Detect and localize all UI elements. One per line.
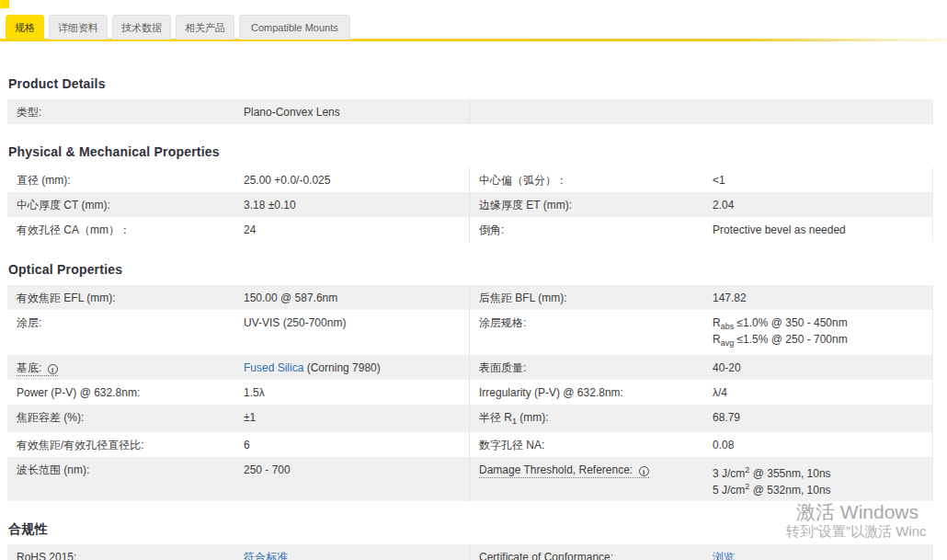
spec-value: 68.79 — [713, 411, 740, 424]
spec-value-cell: ±1 — [244, 405, 469, 432]
spec-label-cell: 边缘厚度 ET (mm): — [469, 192, 713, 217]
spec-row: 中心厚度 CT (mm):3.18 ±0.10边缘厚度 ET (mm):2.04 — [7, 192, 933, 217]
spec-value-cell: Rabs ≤1.0% @ 350 - 450nmRavg ≤1.5% @ 250… — [713, 310, 933, 355]
corner-accent — [0, 0, 9, 8]
spec-label: 有效焦距 EFL (mm): — [17, 291, 116, 304]
spec-value-cell: 0.08 — [713, 432, 933, 457]
spec-label: 焦距容差 (%): — [17, 411, 84, 424]
spec-value-cell: λ/4 — [713, 380, 933, 405]
spec-label-cell: RoHS 2015: — [7, 544, 244, 560]
tab-technical-data[interactable]: 技术数据 — [112, 15, 171, 40]
info-icon[interactable]: i — [48, 364, 58, 374]
spec-value: ±1 — [244, 411, 256, 424]
spec-label-cell: 类型: — [7, 99, 244, 124]
section-product-details-title: Product Details — [8, 76, 933, 91]
spec-label-cell: 中心偏（弧分）： — [469, 167, 713, 192]
spec-value-cell: Fused Silica (Corning 7980) — [244, 355, 469, 380]
spec-label: 中心厚度 CT (mm): — [17, 199, 110, 211]
spec-row: 直径 (mm):25.00 +0.0/-0.025中心偏（弧分）：<1 — [7, 167, 933, 192]
spec-value-cell: 25.00 +0.0/-0.025 — [244, 167, 469, 192]
spec-label: 波长范围 (nm): — [17, 463, 89, 476]
spec-value: UV-VIS (250-700nm) — [244, 316, 346, 329]
spec-value: 3 J/cm2 @ 355nm, 10ns5 J/cm2 @ 532nm, 10… — [713, 467, 831, 497]
spec-label-cell: 有效孔径 CA（mm）： — [7, 217, 244, 242]
spec-label-cell: Certificate of Conformance: — [469, 544, 713, 560]
spec-label: Damage Threshold, Reference: i — [479, 463, 649, 478]
spec-row: 焦距容差 (%):±1半径 R1 (mm):68.79 — [7, 405, 933, 432]
spec-value-cell: 24 — [244, 217, 469, 242]
spec-value: (Corning 7980) — [303, 361, 380, 374]
content: Product Details类型:Plano-Convex LensPhysi… — [7, 69, 933, 560]
spec-value: 3.18 ±0.10 — [244, 199, 296, 211]
spec-value-cell: 147.82 — [713, 285, 933, 310]
spec-value-cell: 1.5λ — [244, 380, 469, 405]
spec-value-cell: Plano-Convex Lens — [244, 99, 469, 124]
tab-bar: 规格详细资料技术数据相关产品Compatible Mounts — [6, 15, 350, 40]
spec-label: 数字孔径 NA: — [479, 439, 544, 451]
spec-label: Irregularity (P-V) @ 632.8nm: — [479, 386, 623, 399]
spec-value: 25.00 +0.0/-0.025 — [244, 174, 330, 187]
spec-label-cell: 倒角: — [469, 217, 713, 242]
spec-label: 基底: i — [17, 361, 58, 376]
spec-row: 涂层:UV-VIS (250-700nm)涂层规格:Rabs ≤1.0% @ 3… — [7, 310, 933, 355]
spec-label: Power (P-V) @ 632.8nm: — [17, 386, 140, 399]
spec-value: <1 — [713, 174, 725, 187]
spec-value: 147.82 — [713, 291, 747, 304]
tab-specs[interactable]: 规格 — [6, 15, 44, 40]
spec-label-cell: Irregularity (P-V) @ 632.8nm: — [469, 380, 713, 405]
spec-label-cell: 有效焦距/有效孔径直径比: — [7, 432, 244, 457]
spec-link[interactable]: Fused Silica — [244, 361, 303, 374]
spec-value: Plano-Convex Lens — [244, 106, 340, 119]
spec-value-cell: <1 — [713, 167, 933, 192]
spec-label-cell: 涂层: — [7, 310, 244, 355]
spec-label: 有效焦距/有效孔径直径比: — [17, 439, 144, 451]
spec-label-cell: 表面质量: — [469, 355, 713, 380]
spec-label: Certificate of Conformance: — [479, 551, 613, 560]
spec-label: 半径 R1 (mm): — [479, 411, 549, 424]
spec-value-cell: 40-20 — [713, 355, 933, 380]
spec-value: 250 - 700 — [244, 463, 291, 476]
spec-row: 有效焦距 EFL (mm):150.00 @ 587.6nm后焦距 BFL (m… — [7, 285, 933, 310]
spec-value-cell: 150.00 @ 587.6nm — [244, 285, 469, 310]
tab-related-products[interactable]: 相关产品 — [176, 15, 234, 40]
spec-label-cell: 波长范围 (nm): — [7, 457, 244, 501]
section-optical-properties-table: 有效焦距 EFL (mm):150.00 @ 587.6nm后焦距 BFL (m… — [7, 285, 933, 501]
spec-label-cell: 基底: i — [7, 355, 244, 380]
spec-value-cell: 符合标准 — [244, 544, 469, 560]
spec-value-cell: 2.04 — [713, 192, 933, 217]
spec-label: 涂层: — [17, 316, 41, 329]
info-icon[interactable]: i — [639, 466, 649, 476]
spec-value: 0.08 — [713, 439, 734, 451]
spec-link[interactable]: 符合标准 — [244, 551, 288, 560]
tab-compatible-mounts[interactable]: Compatible Mounts — [239, 15, 350, 40]
spec-value-cell: 3 J/cm2 @ 355nm, 10ns5 J/cm2 @ 532nm, 10… — [713, 457, 933, 501]
spec-row: 波长范围 (nm):250 - 700Damage Threshold, Ref… — [7, 457, 933, 501]
tab-details[interactable]: 详细资料 — [49, 15, 108, 40]
spec-label: 后焦距 BFL (mm): — [479, 291, 567, 304]
spec-value: 24 — [244, 223, 256, 236]
spec-row: RoHS 2015:符合标准Certificate of Conformance… — [7, 544, 933, 560]
spec-value: λ/4 — [713, 386, 727, 399]
spec-label-cell — [469, 99, 713, 124]
spec-value: 1.5λ — [244, 386, 265, 399]
spec-label: 直径 (mm): — [17, 174, 71, 187]
spec-value: Rabs ≤1.0% @ 350 - 450nmRavg ≤1.5% @ 250… — [713, 316, 848, 346]
spec-value-cell: 浏览 — [713, 544, 933, 560]
spec-label: 边缘厚度 ET (mm): — [479, 199, 572, 211]
spec-label: RoHS 2015: — [17, 551, 76, 560]
spec-row: 有效焦距/有效孔径直径比:6数字孔径 NA:0.08 — [7, 432, 933, 457]
spec-value-cell: UV-VIS (250-700nm) — [244, 310, 469, 355]
spec-value-cell: 3.18 ±0.10 — [244, 192, 469, 217]
section-compliance-table: RoHS 2015:符合标准Certificate of Conformance… — [7, 544, 933, 560]
spec-label-cell: 后焦距 BFL (mm): — [469, 285, 713, 310]
spec-link[interactable]: 浏览 — [713, 551, 735, 560]
section-product-details-table: 类型:Plano-Convex Lens — [7, 99, 933, 124]
spec-value: 40-20 — [713, 361, 741, 374]
spec-label-cell: Power (P-V) @ 632.8nm: — [7, 380, 244, 405]
spec-value-cell: 6 — [244, 432, 469, 457]
spec-label: 有效孔径 CA（mm）： — [17, 223, 131, 236]
spec-row: Power (P-V) @ 632.8nm:1.5λIrregularity (… — [7, 380, 933, 405]
spec-row: 类型:Plano-Convex Lens — [7, 99, 933, 124]
spec-label: 类型: — [17, 106, 41, 119]
spec-label-cell: Damage Threshold, Reference: i — [469, 457, 713, 501]
